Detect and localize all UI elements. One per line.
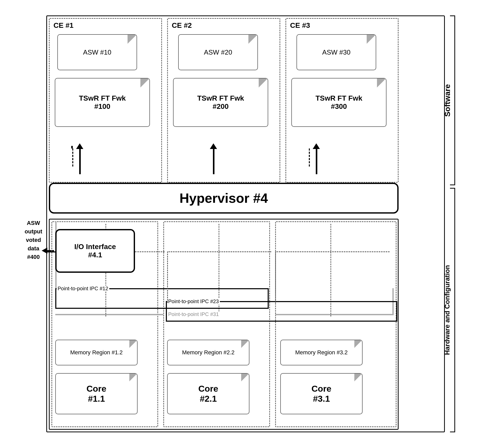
- arrowhead-1: [76, 143, 83, 149]
- ce2-label: CE #2: [172, 21, 192, 30]
- tswrr100-box: TSwR FT Fwk #100: [55, 78, 150, 127]
- asw30-box: ASW #30: [296, 34, 376, 70]
- ce2-software-box: CE #2 ASW #20 TSwR FT Fwk #200: [167, 18, 280, 183]
- arrow-dashed-1a: [72, 148, 74, 166]
- arrow-solid-1a: [71, 146, 73, 148]
- arrowhead-3: [313, 143, 320, 149]
- asw-output-label: ASWoutputvoteddata#400: [21, 219, 46, 261]
- asw10-corner: [128, 35, 137, 44]
- io-dashed-right3: [276, 251, 390, 252]
- io-interface-box: I/O Interface #4.1: [55, 229, 135, 273]
- arrow-solid-3: [316, 148, 317, 174]
- diagram-container: Software Hardware and Configuration CE #…: [21, 13, 458, 435]
- hardware-label-container: Hardware and Configuration: [440, 188, 455, 432]
- arrowhead-2: [210, 143, 217, 149]
- arrow-dashed-3a: [309, 148, 310, 166]
- io-left-line: [46, 251, 57, 252]
- io-dashed-down2: [275, 251, 276, 303]
- io-dashed-right1: [135, 251, 165, 252]
- ipc23-label: Point-to-point IPC #23: [167, 298, 220, 304]
- asw30-corner: [367, 35, 376, 44]
- ipc31-line-left: [55, 314, 163, 315]
- arrow-solid-1b: [79, 148, 81, 174]
- arrowhead-left: [42, 248, 47, 254]
- asw10-box: ASW #10: [57, 34, 137, 70]
- tswrr300-box: TSwR FT Fwk #300: [291, 78, 386, 127]
- io-dashed-right2: [168, 251, 271, 252]
- asw20-box: ASW #20: [178, 34, 258, 70]
- asw20-corner: [248, 35, 257, 44]
- hardware-brace: [450, 188, 455, 432]
- software-label-container: Software: [440, 15, 455, 185]
- ipc31-label: Point-to-point IPC #31: [167, 311, 220, 317]
- ce1-software-box: CE #1 ASW #10 TSwR FT Fwk #100: [49, 18, 162, 183]
- arrow-solid-2: [213, 148, 214, 174]
- tswrr300-corner: [377, 78, 386, 87]
- hypervisor-box: Hypervisor #4: [49, 183, 399, 214]
- ce3-software-box: CE #3 ASW #30 TSwR FT Fwk #300: [285, 18, 399, 183]
- ce1-label: CE #1: [53, 21, 74, 30]
- tswrr200-corner: [259, 78, 268, 87]
- io-dashed-down1: [167, 251, 168, 303]
- ce3-label: CE #3: [290, 21, 310, 30]
- tswrr100-corner: [140, 78, 149, 87]
- ipc12-label: Point-to-point IPC #12: [57, 286, 109, 292]
- tswrr200-box: TSwR FT Fwk #200: [173, 78, 268, 127]
- software-brace: [450, 15, 455, 185]
